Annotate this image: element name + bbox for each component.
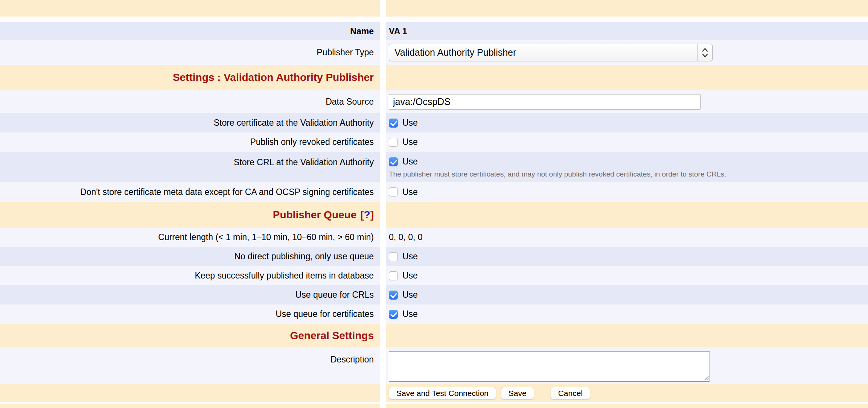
publisher-type-selected-value: Validation Authority Publisher (389, 47, 697, 58)
column-gap (380, 228, 386, 247)
save-and-test-connection-button[interactable]: Save and Test Connection (389, 387, 496, 399)
use-queue-crls-checkbox[interactable] (389, 291, 398, 300)
use-label: Use (402, 187, 418, 197)
publisher-type-select[interactable]: Validation Authority Publisher (389, 44, 713, 61)
cancel-button[interactable]: Cancel (551, 387, 590, 399)
column-gap (380, 0, 386, 17)
row-store-certificate: Store certificate at the Validation Auth… (0, 113, 868, 132)
section-header-spacer (386, 202, 868, 228)
save-button[interactable]: Save (501, 387, 534, 399)
buttons-row-left (0, 384, 380, 402)
data-source-input[interactable] (389, 94, 700, 110)
column-gap (380, 182, 386, 202)
use-label: Use (402, 118, 418, 128)
use-label: Use (402, 157, 418, 167)
column-gap (380, 152, 386, 182)
no-direct-publishing-label: No direct publishing, only use queue (234, 251, 374, 262)
column-gap (380, 40, 386, 65)
row-publish-only-revoked: Publish only revoked certificates Use (0, 132, 868, 152)
keep-published-items-label: Keep successfully published items in dat… (195, 270, 374, 281)
bottom-band-right (386, 404, 868, 408)
row-current-length: Current length (< 1 min, 1–10 min, 10–60… (0, 228, 868, 247)
column-gap (380, 285, 386, 304)
section-header-general-settings: General Settings (0, 324, 868, 347)
use-label: Use (402, 251, 418, 262)
use-label: Use (402, 271, 418, 281)
name-label: Name (350, 26, 374, 37)
description-label: Description (330, 354, 374, 365)
section-header-publisher-queue: Publisher Queue[?] (0, 202, 868, 228)
use-label: Use (402, 290, 418, 300)
row-use-queue-certificates: Use queue for certificates Use (0, 304, 868, 324)
general-settings-section-title: General Settings (290, 329, 374, 342)
store-crl-note: The publisher must store certificates, a… (389, 170, 726, 178)
column-gap (380, 324, 386, 347)
description-textarea[interactable] (389, 351, 710, 382)
row-use-queue-crls: Use queue for CRLs Use (0, 285, 868, 304)
row-no-direct-publishing: No direct publishing, only use queue Use (0, 247, 868, 266)
settings-section-title: Settings : Validation Authority Publishe… (173, 71, 374, 84)
row-keep-published-items: Keep successfully published items in dat… (0, 266, 868, 285)
use-label: Use (402, 137, 418, 147)
store-crl-checkbox[interactable] (389, 157, 398, 166)
row-data-source: Data Source (0, 90, 868, 113)
top-band-left (0, 0, 380, 17)
name-value: VA 1 (389, 26, 407, 37)
column-gap (380, 202, 386, 228)
bracket-close: ] (370, 209, 374, 221)
use-queue-certificates-label: Use queue for certificates (276, 309, 374, 320)
column-gap (380, 347, 386, 384)
column-gap (380, 266, 386, 285)
current-length-value: 0, 0, 0, 0 (389, 232, 423, 242)
row-dont-store-meta: Don't store certificate meta data except… (0, 182, 868, 202)
column-gap (380, 90, 386, 113)
column-gap (380, 65, 386, 90)
publish-only-revoked-label: Publish only revoked certificates (250, 137, 374, 148)
publisher-queue-title-text: Publisher Queue (273, 209, 357, 221)
page-gap (0, 17, 868, 22)
row-name: Name VA 1 (0, 22, 868, 40)
column-gap (380, 132, 386, 152)
no-direct-publishing-checkbox[interactable] (389, 252, 398, 261)
current-length-label: Current length (< 1 min, 1–10 min, 10–60… (158, 232, 374, 243)
bottom-band-left (0, 404, 380, 408)
select-stepper-icon (697, 44, 712, 61)
row-action-buttons: Save and Test Connection Save Cancel (0, 384, 868, 402)
column-gap (380, 404, 386, 408)
column-gap (380, 304, 386, 324)
section-header-settings: Settings : Validation Authority Publishe… (0, 65, 868, 90)
use-queue-crls-label: Use queue for CRLs (295, 289, 374, 300)
publish-only-revoked-checkbox[interactable] (389, 138, 398, 147)
data-source-label: Data Source (326, 96, 374, 107)
dont-store-meta-label: Don't store certificate meta data except… (80, 187, 374, 198)
top-band (0, 0, 868, 17)
row-description: Description (0, 347, 868, 384)
publisher-queue-help-link[interactable]: ? (364, 209, 370, 221)
column-gap (380, 247, 386, 266)
publisher-type-label: Publisher Type (317, 47, 374, 58)
use-label: Use (402, 309, 418, 319)
column-gap (380, 22, 386, 40)
store-certificate-label: Store certificate at the Validation Auth… (214, 117, 374, 128)
row-publisher-type: Publisher Type Validation Authority Publ… (0, 40, 868, 65)
column-gap (380, 113, 386, 132)
section-header-spacer (386, 324, 868, 347)
column-gap (380, 384, 386, 402)
publisher-queue-section-title: Publisher Queue[?] (273, 209, 374, 221)
store-certificate-checkbox[interactable] (389, 119, 398, 128)
dont-store-meta-checkbox[interactable] (389, 187, 398, 196)
bracket-open: [ (360, 209, 364, 221)
top-band-right (386, 0, 868, 17)
keep-published-items-checkbox[interactable] (389, 271, 398, 280)
use-queue-certificates-checkbox[interactable] (389, 310, 398, 319)
store-crl-label: Store CRL at the Validation Authority (234, 157, 374, 168)
row-store-crl: Store CRL at the Validation Authority Us… (0, 152, 868, 182)
bottom-band (0, 404, 868, 408)
section-header-spacer (386, 65, 868, 90)
